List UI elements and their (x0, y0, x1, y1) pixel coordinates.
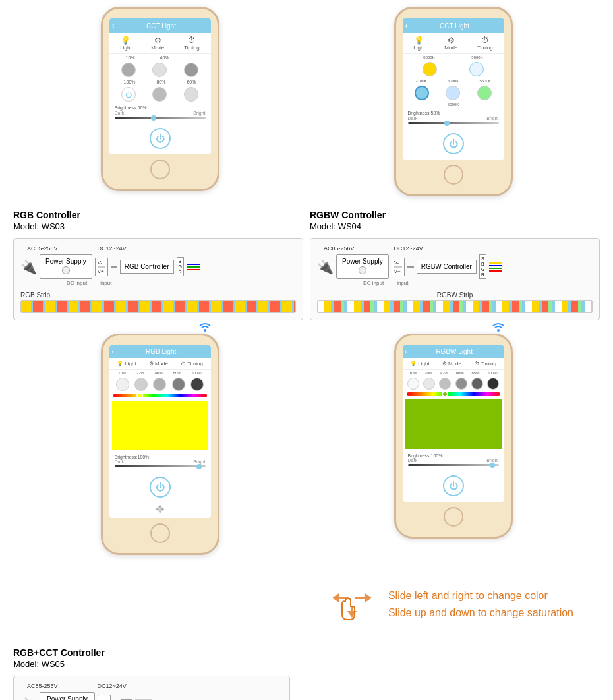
middle-phones-row: ‹ RGB Light 💡 Light ⚙ Mode (13, 334, 600, 555)
tab-mode-2[interactable]: ⚙ Mode (444, 36, 457, 51)
rgb-tab-light[interactable]: 💡 Light (117, 361, 136, 366)
slider-bar-1[interactable] (115, 117, 206, 119)
rgbcct-wiring-diagram: AC85-256V DC12~24V 🔌 Power Supply (13, 676, 290, 700)
dot-lgray-1 (152, 63, 167, 77)
phone-screen-rgb: ‹ RGB Light 💡 Light ⚙ Mode (109, 345, 211, 518)
rgb-ps-circle (62, 266, 70, 274)
rgbw-controller-block: RGBW Controller Model: WS04 AC85-256V DC… (310, 210, 600, 320)
rgbw-color-swatch (405, 399, 502, 449)
rgb-output-terminals: B G R (177, 257, 184, 276)
rgbw-slider-bar[interactable] (408, 464, 499, 466)
screen-title-1: CCT Light (146, 22, 176, 30)
color-dots-cct-bot (403, 84, 504, 102)
rgbw-color-bar-thumb[interactable] (442, 391, 448, 397)
power-button-1[interactable]: ⏻ (150, 128, 171, 149)
gesture-text-2: Slide up and down to change saturation (388, 607, 573, 619)
rgbw-timing-icon: ⏱ (474, 361, 479, 366)
tab-light-2[interactable]: 💡 Light (413, 36, 424, 51)
cct-dot-3 (477, 86, 492, 100)
rgbw-power-supply-box: Power Supply (336, 254, 389, 279)
light-icon-1: 💡 (120, 36, 131, 45)
bottom-controller-section: RGB+CCT Controller Model: WS05 AC85-256V… (13, 647, 600, 700)
cct-dot-selected (415, 86, 429, 100)
rgb-app-phone: ‹ RGB Light 💡 Light ⚙ Mode (101, 334, 219, 555)
rgbw-slider-thumb[interactable] (490, 463, 495, 468)
rgb-plug-icon: 🔌 (20, 259, 37, 275)
gesture-text-1: Slide left and right to change color (388, 590, 573, 602)
rgb-color-bar-area (109, 392, 211, 399)
slider-thumb-1[interactable] (151, 115, 156, 121)
rgb-timing-icon: ⏱ (181, 361, 186, 366)
rgb-power-btn-area: ⏻ (109, 471, 211, 503)
rgb-strip-visual (20, 300, 296, 313)
phone-tabs-1: 💡 Light ⚙ Mode ⏱ Timing (109, 33, 211, 54)
phone-mockup-rgb: ‹ RGB Light 💡 Light ⚙ Mode (101, 334, 219, 555)
rgb-dc-label: DC12~24V (98, 245, 127, 252)
brightness-slider-1: Brightness:50% Dark Bright (109, 103, 211, 123)
power-dot-1[interactable]: ⏻ (121, 87, 136, 102)
power-button-2[interactable]: ⏻ (443, 133, 464, 154)
rgbcct-controller-title: RGB+CCT Controller (13, 647, 600, 658)
back-arrow-1[interactable]: ‹ (112, 21, 115, 30)
slider-thumb-2[interactable] (444, 121, 450, 126)
cct-dot-warm-1 (423, 62, 437, 76)
pct-labels-2: 100% 80% 60% (109, 78, 211, 86)
rgb-strip-label: RGB Strip (20, 291, 296, 299)
rgbw-tab-timing[interactable]: ⏱ Timing (474, 361, 496, 366)
back-arrow-2[interactable]: ‹ (405, 21, 408, 30)
rgb-slider-thumb[interactable] (196, 464, 202, 469)
screen-header-2: ‹ CCT Light (403, 18, 504, 33)
power-btn-area-1: ⏻ (109, 123, 211, 154)
cct-dot-2 (446, 86, 460, 100)
slider-bar-2[interactable] (408, 122, 499, 124)
controllers-row: RGB Controller Model: WS03 AC85-256V DC1… (13, 210, 600, 320)
tab-timing-2[interactable]: ⏱ Timing (477, 36, 493, 51)
rgb-power-button[interactable]: ⏻ (150, 477, 171, 498)
rgbcct-diagram-main: 🔌 Power Supply (20, 692, 283, 700)
phone-screen-1: ‹ CCT Light 💡 Light ⚙ Mode (109, 18, 211, 154)
rgb-dc-connector: V- V+ (95, 258, 108, 276)
home-button-1[interactable] (150, 160, 170, 179)
screen-header-1: ‹ CCT Light (109, 18, 211, 33)
rgb-tab-mode[interactable]: ⚙ Mode (149, 361, 168, 366)
rgbw-controller-box: RGBW Controller (417, 260, 477, 274)
wifi-icon-rgb (197, 320, 213, 335)
rgbw-input-label: input (397, 280, 408, 286)
cct-phone-2: ‹ CCT Light 💡 Light ⚙ Mode (394, 7, 513, 196)
rgbw-power-button[interactable]: ⏻ (443, 475, 464, 496)
pct-labels-1: 10% 40% (109, 54, 211, 61)
gesture-icons-container (329, 581, 375, 627)
rgb-controller-block: RGB Controller Model: WS03 AC85-256V DC1… (13, 210, 303, 320)
screen-title-2: CCT Light (440, 22, 469, 30)
rgb-wiring-diagram: AC85-256V DC12~24V 🔌 Power Supply V- (13, 238, 303, 320)
rgb-app-tabs: 💡 Light ⚙ Mode ⏱ Timing (109, 358, 211, 370)
rgb-dcinput-label: DC input (67, 280, 87, 286)
rgbcct-controller-model: Model: WS05 (13, 659, 600, 669)
rgb-mode-icon: ⚙ (149, 361, 154, 366)
light-icon-2: 💡 (413, 36, 424, 45)
rgbw-tab-mode[interactable]: ⚙ Mode (442, 361, 461, 366)
rgbw-color-bar[interactable] (407, 392, 500, 396)
rgbcct-dc-label: DC12~24V (98, 683, 127, 689)
color-bar-thumb[interactable] (136, 392, 143, 399)
rgbw-tab-light[interactable]: 💡 Light (410, 361, 430, 366)
rgbw-output-wires (489, 262, 502, 272)
rgb-color-bar[interactable] (113, 394, 207, 397)
tab-light-1[interactable]: 💡 Light (120, 36, 131, 51)
wifi-icon-rgbw (490, 320, 506, 335)
gesture-section: Slide left and right to change color Sli… (13, 568, 600, 641)
rgb-power-supply-label: Power Supply (45, 258, 86, 265)
phone-mockup-rgbw: ‹ RGBW Light 💡 Light ⚙ Mode (394, 334, 513, 539)
rgb-controller-box: RGB Controller (120, 260, 174, 274)
home-button-rgb[interactable] (150, 523, 170, 543)
rgb-slider-bar[interactable] (115, 465, 206, 467)
home-button-rgbw[interactable] (444, 507, 463, 527)
rgbcct-plug-icon: 🔌 (20, 697, 37, 701)
rgbw-controller-model: Model: WS04 (310, 221, 600, 231)
home-button-2[interactable] (444, 165, 463, 185)
rgb-tab-timing[interactable]: ⏱ Timing (181, 361, 203, 366)
timing-icon-2: ⏱ (477, 36, 493, 45)
rgbw-controller-title: RGBW Controller (310, 210, 600, 220)
tab-timing-1[interactable]: ⏱ Timing (184, 36, 200, 51)
tab-mode-1[interactable]: ⚙ Mode (151, 36, 164, 51)
